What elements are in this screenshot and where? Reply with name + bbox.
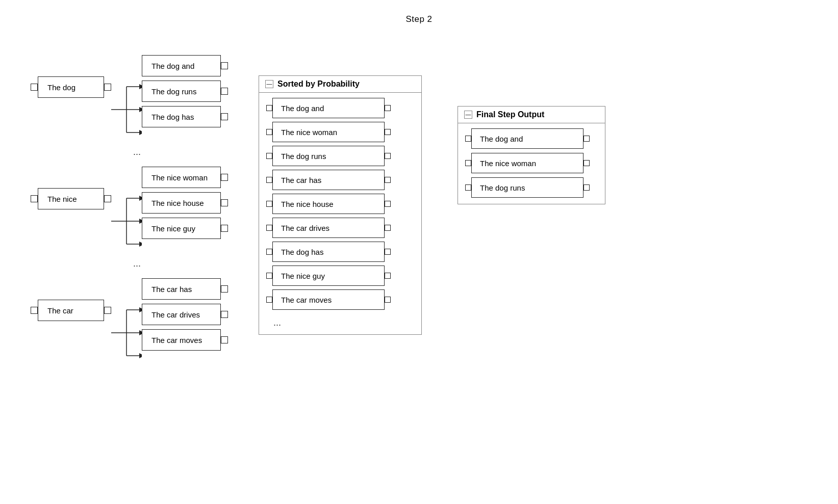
sorted-item-1: The nice woman xyxy=(266,122,414,142)
output-box-dog-0: The dog and xyxy=(142,55,221,76)
output-box-car-2: The car moves xyxy=(142,329,221,351)
sorted-item-0: The dog and xyxy=(266,98,414,118)
sorted-item-box-3: The car has xyxy=(272,170,385,190)
final-minimize-icon[interactable]: — xyxy=(464,111,472,119)
final-item-handle-right-2 xyxy=(583,184,590,191)
branches-dog: The dog and The dog runs The dog has xyxy=(142,55,228,127)
sorted-panel-header: — Sorted by Probability xyxy=(259,76,421,93)
final-item-handle-left-0 xyxy=(465,136,471,142)
sorted-item-box-0: The dog and xyxy=(272,98,385,118)
sorted-item-8: The car moves xyxy=(266,289,414,310)
ellipsis-after-nice: ... xyxy=(46,258,228,269)
final-item-1: The nice woman xyxy=(465,153,598,173)
final-panel: — Final Step Output The dog and The nice… xyxy=(458,106,605,204)
input-box-nice: The nice xyxy=(38,188,104,209)
connector-svg-car xyxy=(111,300,142,366)
handle-r-car-2 xyxy=(221,336,228,343)
handle-r-nice-2 xyxy=(221,225,228,232)
beam-group-nice: The nice xyxy=(31,167,228,273)
final-item-handle-left-1 xyxy=(465,160,471,166)
branch-dog-0: The dog and xyxy=(142,55,228,76)
output-box-dog-1: The dog runs xyxy=(142,81,221,102)
sorted-item-handle-right-6 xyxy=(385,249,391,255)
handle-right-nice xyxy=(104,195,111,202)
input-box-car: The car xyxy=(38,300,104,321)
branch-nice-2: The nice guy xyxy=(142,218,228,239)
handle-r-dog-0 xyxy=(221,62,228,69)
sorted-panel: — Sorted by Probability The dog and The … xyxy=(259,75,422,335)
branches-nice: The nice woman The nice house The nice g… xyxy=(142,167,228,239)
svg-marker-7 xyxy=(139,130,142,135)
sorted-item-handle-right-0 xyxy=(385,105,391,111)
sorted-item-handle-left-8 xyxy=(266,297,272,303)
handle-r-dog-1 xyxy=(221,88,228,95)
output-box-nice-0: The nice woman xyxy=(142,167,221,188)
sorted-item-handle-right-5 xyxy=(385,225,391,231)
sorted-item-box-7: The nice guy xyxy=(272,266,385,286)
beam-group-car: The car T xyxy=(31,278,228,366)
branch-dog-1: The dog runs xyxy=(142,81,228,102)
sorted-item-5: The car drives xyxy=(266,218,414,238)
svg-marker-23 xyxy=(139,353,142,358)
branch-nice-1: The nice house xyxy=(142,192,228,214)
final-item-handle-left-2 xyxy=(465,184,471,191)
sorted-item-3: The car has xyxy=(266,170,414,190)
svg-marker-15 xyxy=(139,242,142,247)
sorted-item-handle-right-1 xyxy=(385,129,391,135)
output-box-nice-1: The nice house xyxy=(142,192,221,214)
final-panel-title: Final Step Output xyxy=(476,110,544,119)
final-item-handle-right-0 xyxy=(583,136,590,142)
branch-car-2: The car moves xyxy=(142,329,228,351)
final-item-2: The dog runs xyxy=(465,177,598,198)
sorted-item-2: The dog runs xyxy=(266,146,414,166)
connector-svg-dog xyxy=(111,76,142,143)
input-box-dog: The dog xyxy=(38,76,104,98)
sorted-item-box-4: The nice house xyxy=(272,194,385,214)
page-title: Step 2 xyxy=(0,14,838,24)
sorted-item-handle-left-5 xyxy=(266,225,272,231)
output-box-car-0: The car has xyxy=(142,278,221,300)
handle-left-nice xyxy=(31,195,38,202)
final-item-handle-right-1 xyxy=(583,160,590,166)
sorted-panel-ellipsis: ... xyxy=(273,317,414,328)
final-item-box-0: The dog and xyxy=(471,128,583,149)
handle-left-car xyxy=(31,307,38,314)
sorted-item-handle-right-8 xyxy=(385,297,391,303)
branches-car: The car has The car drives The car moves xyxy=(142,278,228,351)
sorted-panel-items: The dog and The nice woman The dog runs … xyxy=(259,93,421,329)
branch-dog-2: The dog has xyxy=(142,106,228,127)
sorted-item-handle-left-4 xyxy=(266,201,272,207)
ellipsis-after-dog: ... xyxy=(46,147,228,157)
sorted-minimize-icon[interactable]: — xyxy=(265,80,273,88)
branch-car-0: The car has xyxy=(142,278,228,300)
handle-right-car xyxy=(104,307,111,314)
final-panel-header: — Final Step Output xyxy=(458,107,605,123)
sorted-item-handle-left-1 xyxy=(266,129,272,135)
sorted-item-7: The nice guy xyxy=(266,266,414,286)
output-box-nice-2: The nice guy xyxy=(142,218,221,239)
sorted-item-handle-left-7 xyxy=(266,273,272,279)
sorted-item-box-6: The dog has xyxy=(272,242,385,262)
sorted-item-handle-left-6 xyxy=(266,249,272,255)
connector-svg-nice xyxy=(111,188,142,254)
output-box-dog-2: The dog has xyxy=(142,106,221,127)
sorted-item-6: The dog has xyxy=(266,242,414,262)
handle-r-car-0 xyxy=(221,285,228,293)
beam-group-dog: The dog xyxy=(31,55,228,162)
final-panel-items: The dog and The nice woman The dog runs xyxy=(458,123,605,198)
final-item-box-2: The dog runs xyxy=(471,177,583,198)
branch-nice-0: The nice woman xyxy=(142,167,228,188)
sorted-item-handle-right-4 xyxy=(385,201,391,207)
input-the-car: The car xyxy=(31,300,111,321)
sorted-item-handle-left-3 xyxy=(266,177,272,183)
input-the-dog: The dog xyxy=(31,76,111,98)
sorted-item-box-1: The nice woman xyxy=(272,122,385,142)
sorted-item-handle-right-3 xyxy=(385,177,391,183)
sorted-item-handle-left-0 xyxy=(266,105,272,111)
sorted-panel-title: Sorted by Probability xyxy=(277,79,360,89)
output-box-car-1: The car drives xyxy=(142,304,221,325)
sorted-item-box-2: The dog runs xyxy=(272,146,385,166)
beam-groups: The dog xyxy=(31,55,228,366)
handle-r-nice-0 xyxy=(221,174,228,181)
handle-left-dog xyxy=(31,84,38,91)
